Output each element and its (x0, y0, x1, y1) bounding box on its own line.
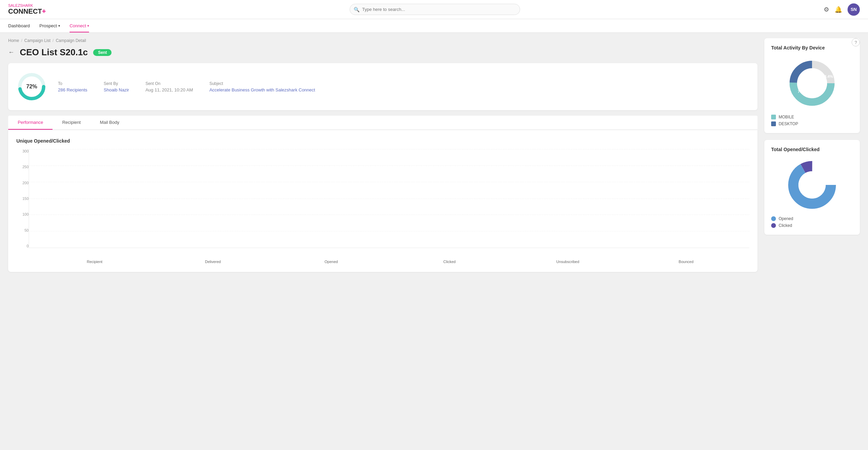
main-content: Home / Campaign List / Campaign Detail ←… (0, 33, 868, 277)
summary-to: To 286 Recipients (58, 81, 87, 92)
device-card: Total Activity By Device 24.4% 75.6% (764, 38, 860, 133)
summary-info: To 286 Recipients Sent By Shoaib Nazir S… (58, 81, 315, 92)
breadcrumb-campaign-list[interactable]: Campaign List (24, 38, 50, 43)
y-label-150: 150 (16, 197, 29, 201)
summary-donut: 72% (16, 71, 47, 102)
device-card-title: Total Activity By Device (771, 45, 853, 50)
opened-legend: Opened Clicked (771, 216, 853, 228)
x-labels: Recipient Delivered Opened Clicked Unsub… (31, 260, 749, 264)
device-pct-label: 24.4% (822, 74, 833, 78)
prospect-chevron: ▾ (58, 24, 60, 28)
opened-donut-svg: 8.2% 91.8% (785, 158, 839, 212)
breadcrumb: Home / Campaign List / Campaign Detail (8, 38, 757, 43)
legend-opened-label: Opened (779, 216, 793, 221)
opened-pct-label: 8.2% (804, 179, 811, 183)
summary-sent-on: Sent On Aug 11, 2021, 10:20 AM (145, 81, 193, 92)
summary-card: 72% To 286 Recipients Sent By Shoaib Naz… (8, 63, 757, 110)
summary-subject: Subject Accelerate Business Growth with … (209, 81, 315, 92)
device-donut-wrap: 24.4% 75.6% MOBILE DESKTOP (771, 56, 853, 126)
legend-mobile: MOBILE (771, 115, 853, 119)
tab-recipient[interactable]: Recipient (53, 116, 90, 130)
breadcrumb-current: Campaign Detail (56, 38, 86, 43)
x-label-recipient: Recipient (35, 260, 154, 264)
y-label-50: 50 (16, 228, 29, 232)
search-input[interactable] (350, 4, 520, 15)
breadcrumb-home[interactable]: Home (8, 38, 19, 43)
x-label-opened: Opened (272, 260, 391, 264)
help-icon[interactable]: ? (852, 38, 860, 46)
back-button[interactable]: ← (8, 49, 14, 56)
x-label-bounced: Bounced (627, 260, 745, 264)
legend-clicked-label: Clicked (779, 223, 792, 228)
right-column: Total Activity By Device 24.4% 75.6% (764, 38, 860, 272)
subject-label: Subject (209, 81, 315, 86)
logo-salezshark: SALEZSHARK (8, 4, 46, 8)
left-column: Home / Campaign List / Campaign Detail ←… (8, 38, 757, 272)
logo-connect: CONNECT+ (8, 8, 46, 15)
svg-point-9 (798, 171, 826, 199)
bars-container (29, 149, 749, 248)
sent-by-value: Shoaib Nazir (104, 87, 129, 92)
device-donut-svg: 24.4% 75.6% (785, 56, 839, 111)
page-title: CEO List S20.1c (20, 47, 88, 58)
legend-opened-dot (771, 216, 776, 221)
opened-donut-wrap: 8.2% 91.8% Opened Clicked (771, 158, 853, 228)
logo: SALEZSHARK CONNECT+ (8, 4, 46, 15)
notifications-icon[interactable]: 🔔 (835, 6, 842, 13)
x-label-unsubscribed: Unsubscribed (509, 260, 627, 264)
nav-dashboard[interactable]: Dashboard (8, 19, 30, 32)
legend-clicked-dot (771, 223, 776, 228)
legend-mobile-dot (771, 115, 776, 119)
y-axis: 0 50 100 150 200 250 300 (16, 149, 29, 248)
page-header: ← CEO List S20.1c Sent (8, 47, 757, 58)
sent-on-value: Aug 11, 2021, 10:20 AM (145, 87, 193, 92)
sent-by-label: Sent By (104, 81, 129, 86)
y-label-100: 100 (16, 212, 29, 216)
secondary-nav: Dashboard Prospect ▾ Connect ▾ (0, 19, 868, 33)
connect-chevron: ▾ (87, 24, 89, 28)
chart-title: Unique Opened/Clicked (16, 138, 749, 144)
opened-clicked-title: Total Opened/Clicked (771, 147, 853, 152)
bars-row (29, 149, 749, 248)
y-label-200: 200 (16, 181, 29, 185)
nav-prospect[interactable]: Prospect ▾ (40, 19, 60, 32)
breadcrumb-sep-1: / (21, 38, 22, 43)
top-nav: SALEZSHARK CONNECT+ 🔍 ⚙ 🔔 SN (0, 0, 868, 19)
search-icon: 🔍 (354, 7, 359, 12)
x-label-clicked: Clicked (390, 260, 509, 264)
summary-sent-by: Sent By Shoaib Nazir (104, 81, 129, 92)
legend-clicked: Clicked (771, 223, 853, 228)
y-label-0: 0 (16, 244, 29, 248)
avatar[interactable]: SN (848, 3, 860, 16)
legend-desktop-dot (771, 121, 776, 126)
device-mobile-pct: 75.6% (798, 89, 808, 93)
x-label-delivered: Delivered (154, 260, 272, 264)
tab-mail-body[interactable]: Mail Body (90, 116, 129, 130)
summary-percent: 72% (26, 84, 37, 90)
svg-point-5 (797, 68, 827, 98)
legend-desktop: DESKTOP (771, 121, 853, 126)
legend-desktop-label: DESKTOP (779, 121, 798, 126)
search-bar: 🔍 (350, 4, 520, 15)
tabs: Performance Recipient Mail Body (8, 116, 757, 130)
sent-badge: Sent (93, 49, 112, 56)
settings-icon[interactable]: ⚙ (824, 6, 829, 13)
chart-area: Unique Opened/Clicked 0 50 100 150 200 2… (8, 130, 757, 272)
to-value: 286 Recipients (58, 87, 87, 92)
opened-main-pct: 91.8% (803, 188, 812, 192)
sent-on-label: Sent On (145, 81, 193, 86)
legend-mobile-label: MOBILE (779, 115, 794, 119)
breadcrumb-sep-2: / (53, 38, 54, 43)
y-label-250: 250 (16, 165, 29, 169)
to-label: To (58, 81, 87, 86)
y-label-300: 300 (16, 149, 29, 153)
tab-performance[interactable]: Performance (8, 116, 53, 130)
nav-connect[interactable]: Connect ▾ (70, 19, 89, 32)
device-legend: MOBILE DESKTOP (771, 115, 853, 126)
legend-opened: Opened (771, 216, 853, 221)
opened-clicked-card: Total Opened/Clicked 8.2% 91.8% Opened (764, 140, 860, 235)
subject-value: Accelerate Business Growth with Salezsha… (209, 87, 315, 92)
nav-icons: ⚙ 🔔 SN (824, 3, 860, 16)
